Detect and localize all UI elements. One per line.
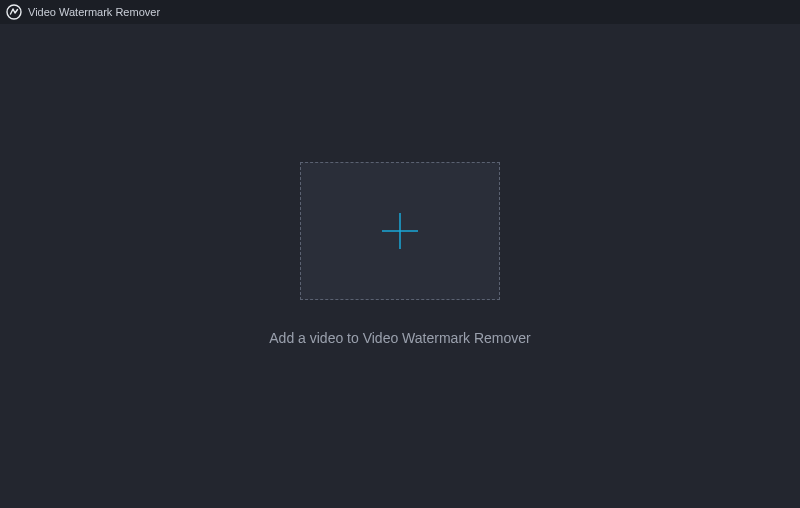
add-video-dropzone[interactable] xyxy=(300,162,500,300)
plus-icon xyxy=(380,211,420,251)
workspace: Add a video to Video Watermark Remover xyxy=(0,12,800,496)
add-video-hint: Add a video to Video Watermark Remover xyxy=(269,330,530,346)
